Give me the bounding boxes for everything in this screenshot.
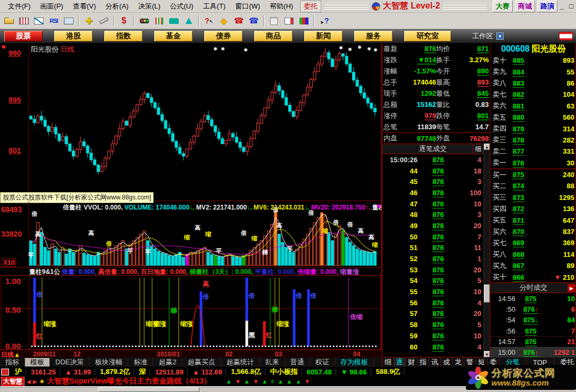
mini-tab-细[interactable]: 细	[382, 358, 394, 366]
toolbar-page-button[interactable]	[267, 14, 281, 27]
toolbar-sector-bars-button[interactable]	[152, 14, 166, 27]
chevron-down-icon[interactable]: ▼	[496, 32, 504, 40]
level-row[interactable]: 卖六88163	[490, 101, 576, 112]
level-row[interactable]: 买二87488	[490, 180, 576, 191]
toolbar-hotline-blue-button[interactable]: ☎	[247, 14, 261, 27]
toolbar-kline-chart-button[interactable]	[17, 14, 31, 27]
level-row[interactable]: 卖九88455	[490, 66, 576, 77]
menu-item[interactable]: 帮助(H)	[265, 1, 298, 12]
level-row[interactable]: 卖二877331	[490, 146, 576, 157]
kline-pane[interactable]: ✱ 阳光股份 日线 股票公式股票软件下载[分析家公式网www.88gs.com]…	[0, 43, 382, 201]
mini-tab-讯[interactable]: 讯	[429, 358, 441, 366]
level-row[interactable]: 买九86789	[490, 260, 576, 271]
level-row[interactable]: 卖八88386	[490, 78, 576, 89]
toolbar-layout-button[interactable]	[282, 14, 296, 27]
mini-tab-逐[interactable]: 逐	[394, 358, 406, 366]
level-row[interactable]: 买四872136	[490, 203, 576, 214]
menu-item[interactable]: 查看(V)	[68, 1, 101, 12]
tick-scrollbar[interactable]: ▲ ▼	[483, 144, 490, 357]
market-tab-新闻[interactable]: 新闻	[304, 31, 343, 41]
scroll-down-icon[interactable]: ▼	[484, 351, 490, 357]
level-row[interactable]: 卖一87630	[490, 157, 576, 169]
child-window-controls-icon[interactable]	[559, 32, 573, 40]
mini-tab-龙[interactable]: 龙	[453, 358, 464, 366]
ticker-prev-icon[interactable]: ◀	[27, 379, 31, 385]
toolbar-alert-bell-button[interactable]	[182, 14, 196, 27]
template-tab-板块涨幅[interactable]: 板块涨幅	[89, 358, 128, 366]
menu-item[interactable]: 窗口(W)	[230, 1, 265, 12]
level-row[interactable]: 买六870837	[490, 226, 576, 237]
toolbar-money-button[interactable]: $	[117, 14, 131, 27]
expand-right-icon[interactable]: ▶	[567, 284, 575, 292]
tick-detail-tab[interactable]: 细	[473, 145, 483, 154]
pane-gear-icon[interactable]: ✱	[1, 44, 6, 51]
toolbar-indicator-grid-button[interactable]	[62, 14, 76, 27]
market-tab-指数[interactable]: 指数	[104, 31, 143, 41]
restore-icon[interactable]: □	[569, 2, 573, 10]
template-tab-超赢买点[interactable]: 超赢买点	[182, 358, 221, 366]
level-row[interactable]: 卖十885893	[490, 55, 576, 66]
toolbar-context-help-button[interactable]: ?	[317, 14, 331, 27]
toolbar-traffic-light-button[interactable]	[137, 14, 151, 27]
ticker-next-icon[interactable]: ▶	[33, 379, 37, 385]
lower-indicator-pane[interactable]: 倍红缩涨缩涨缩涨梯缩涨高倍倍黑红梯缩涨倍倍倍缩1.000.500.00	[0, 275, 382, 350]
toolbar-info-help-button[interactable]: ?	[202, 14, 216, 27]
hscrollbar-thumb[interactable]	[98, 387, 199, 392]
scrollbar-thumb[interactable]	[484, 285, 490, 303]
template-tab-乱来[interactable]: 乱来	[260, 358, 285, 366]
template-tab-超赢统计[interactable]: 超赢统计	[221, 358, 260, 366]
level-row[interactable]: 买三8731295	[490, 192, 576, 203]
mini-tab-财[interactable]: 财	[406, 358, 418, 366]
scroll-up-icon[interactable]: ▲	[484, 144, 490, 150]
workspace-selector[interactable]: 工作区 ▼	[472, 31, 504, 41]
ticker-headline[interactable]: 大智慧SuperView曝光今日主力资金路线（4/13）	[47, 377, 211, 386]
toolbar-move-cross-button[interactable]: ✚	[82, 14, 96, 27]
mini-tab-成[interactable]: 成	[441, 358, 453, 366]
toolbar-rsi-button[interactable]: RSI	[47, 14, 61, 27]
menu-item-entrust[interactable]: 委托	[300, 1, 321, 12]
template-tab-DDE决策[interactable]: DDE决策	[50, 358, 89, 366]
volume-pane[interactable]: 平倍高高倍平平缩高缩平倍缩梯倍高平倍缩倍倍高高缩6849333920	[0, 201, 382, 268]
toolbar-diamond-button[interactable]: ◆	[217, 14, 231, 27]
level-row[interactable]: 买十866▼ 210	[490, 271, 576, 282]
toolbar-minute-chart-button[interactable]	[32, 14, 46, 27]
toolbar-hotline-red-button[interactable]: ☎	[232, 14, 246, 27]
titlebar-button-路演[interactable]: 路演	[537, 1, 557, 12]
toolbar-books-button[interactable]	[297, 14, 311, 27]
template-tab-指标[interactable]: 指标	[0, 358, 25, 366]
template-tab-普通[interactable]: 普通	[285, 358, 310, 366]
level-row[interactable]: 买一875240	[490, 169, 576, 180]
market-tab-债券[interactable]: 债券	[204, 31, 243, 41]
market-tab-基金[interactable]: 基金	[154, 31, 193, 41]
toolbar-search-binoculars-button[interactable]	[167, 14, 181, 27]
mini-tab-指[interactable]: 指	[418, 358, 429, 366]
menu-item[interactable]: 分析(A)	[101, 1, 133, 12]
template-tab-标准[interactable]: 标准	[128, 358, 153, 366]
titlebar-button-商城[interactable]: 商城	[515, 1, 535, 12]
level-row[interactable]: 买七869369	[490, 237, 576, 248]
menu-item[interactable]: 工具(T)	[198, 1, 231, 12]
market-tab-服务[interactable]: 服务	[354, 31, 393, 41]
titlebar-button-大赛[interactable]: 大赛	[492, 1, 513, 12]
market-tab-股票[interactable]: 股票	[4, 31, 43, 41]
market-tab-港股[interactable]: 港股	[54, 31, 93, 41]
template-tab-权证[interactable]: 权证	[310, 358, 335, 366]
market-tab-研究室[interactable]: 研究室	[404, 31, 451, 41]
level-row[interactable]: 买五871647	[490, 214, 576, 226]
template-tab-存为模板[interactable]: 存为模板	[335, 358, 374, 366]
level-row[interactable]: 卖七882104	[490, 89, 576, 100]
menu-item[interactable]: 决策(L)	[133, 1, 165, 12]
level-row[interactable]: 卖四879314	[490, 123, 576, 134]
level-row[interactable]: 卖五880560	[490, 112, 576, 123]
template-tab-超赢2[interactable]: 超赢2	[153, 358, 182, 366]
toolbar-ruler-button[interactable]	[97, 14, 111, 27]
template-tab-模板[interactable]: 模板	[25, 358, 50, 366]
menu-item[interactable]: 画面(P)	[36, 1, 68, 12]
menu-item[interactable]: 文件(F)	[3, 1, 36, 12]
level-row[interactable]: 卖三878282	[490, 135, 576, 146]
toolbar-open-folder-button[interactable]	[2, 14, 16, 27]
market-tab-商品[interactable]: 商品	[254, 31, 293, 41]
level-row[interactable]: 买八868114	[490, 249, 576, 260]
menu-item[interactable]: 公式(U)	[165, 1, 198, 12]
minimize-icon[interactable]: _	[560, 2, 564, 10]
